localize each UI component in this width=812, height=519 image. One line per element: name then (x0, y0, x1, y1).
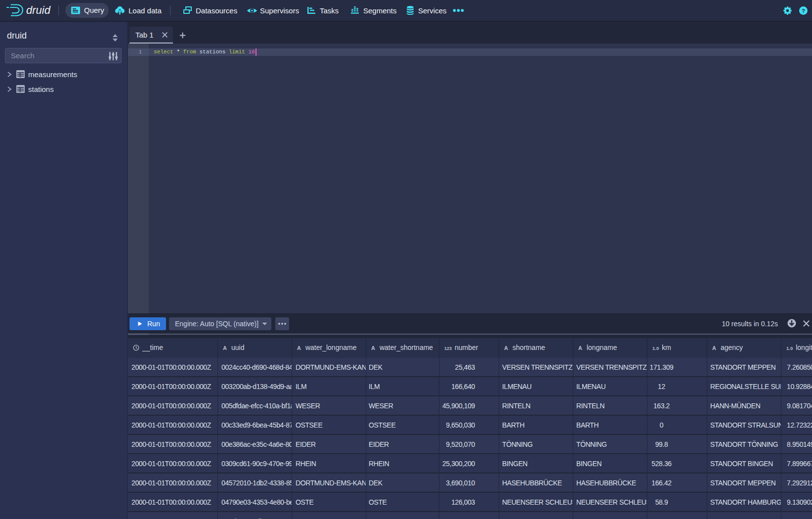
svg-text:?: ? (802, 8, 805, 14)
